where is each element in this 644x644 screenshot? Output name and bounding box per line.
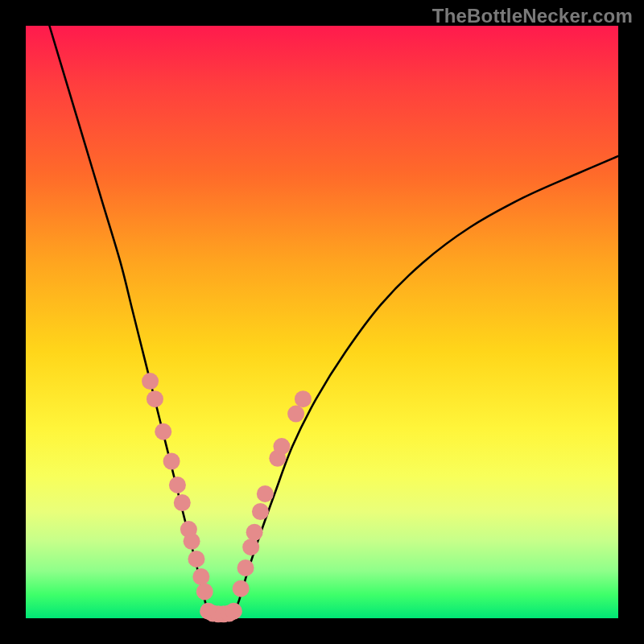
marker-dot [225, 603, 242, 620]
marker-dot [188, 551, 204, 568]
marker-dot [192, 568, 209, 585]
marker-dot [252, 503, 269, 520]
marker-dot [174, 494, 191, 511]
plot-area [26, 26, 618, 618]
marker-dot [273, 438, 290, 455]
marker-dot [155, 423, 171, 440]
marker-dot [169, 477, 186, 493]
marker-dot [184, 533, 200, 550]
watermark-text: TheBottleNecker.com [432, 5, 633, 27]
marker-dot [147, 390, 163, 407]
marker-dot [246, 524, 263, 541]
chart-svg [26, 26, 618, 618]
curve-right-branch [233, 156, 618, 615]
marker-dot [237, 559, 254, 576]
marker-dot [242, 539, 259, 555]
marker-dot [295, 390, 312, 407]
marker-dot [163, 452, 180, 469]
outer-frame: TheBottleNecker.com [0, 0, 644, 644]
marker-dot [142, 373, 159, 390]
marker-dot [196, 583, 213, 600]
marker-dot [287, 406, 304, 423]
marker-dot [233, 580, 250, 597]
marker-group [142, 373, 312, 622]
marker-dot [257, 485, 274, 502]
